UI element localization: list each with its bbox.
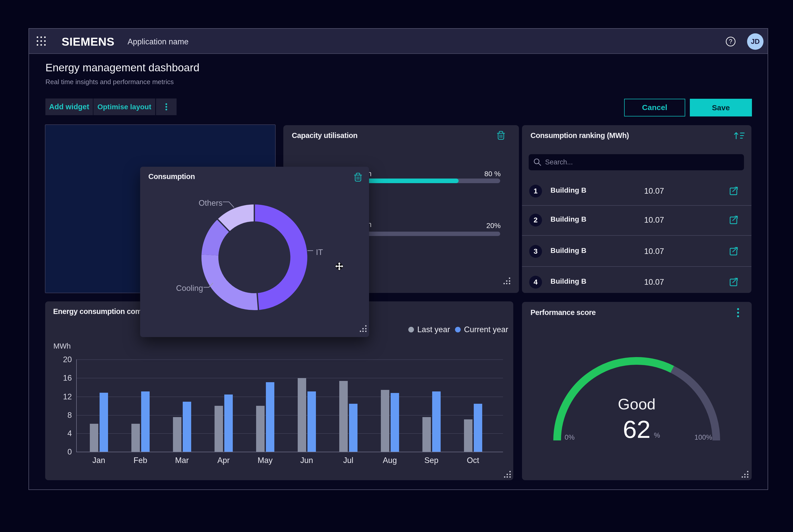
svg-text:?: ? [729, 38, 733, 45]
